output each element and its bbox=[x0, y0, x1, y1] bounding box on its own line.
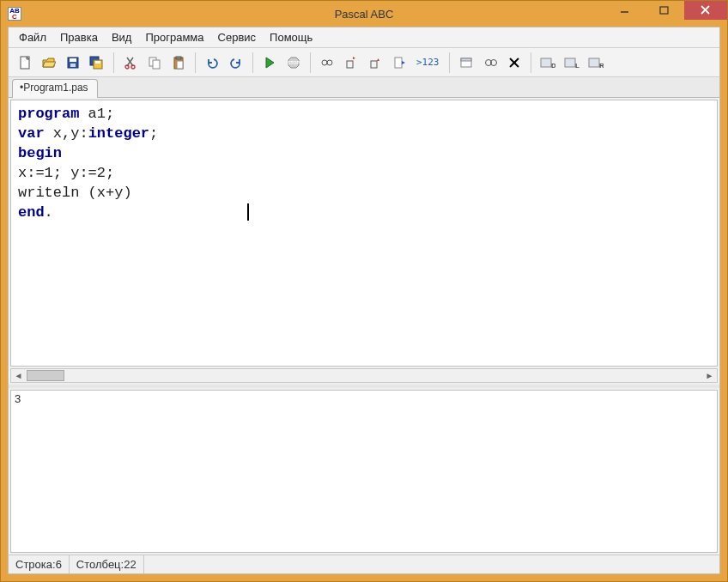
svg-rect-6 bbox=[70, 58, 76, 62]
scroll-left-icon[interactable]: ◄ bbox=[11, 369, 26, 382]
toolbar-separator bbox=[531, 52, 531, 73]
menu-service[interactable]: Сервис bbox=[211, 29, 264, 45]
svg-rect-18 bbox=[176, 57, 181, 59]
undo-button[interactable] bbox=[201, 52, 223, 74]
close-button[interactable] bbox=[684, 1, 727, 20]
output-text: 3 bbox=[15, 392, 21, 405]
delete-button[interactable] bbox=[503, 52, 525, 74]
horizontal-scrollbar[interactable]: ◄ ► bbox=[10, 368, 718, 383]
toolbar-separator bbox=[310, 52, 311, 73]
svg-point-13 bbox=[125, 65, 129, 69]
svg-rect-19 bbox=[177, 61, 183, 69]
menubar: Файл Правка Вид Программа Сервис Помощь bbox=[9, 27, 719, 48]
app-window: ABC Pascal ABC Файл Правка Вид Программа… bbox=[0, 0, 728, 582]
statusbar: Строка: 6 Столбец: 22 bbox=[9, 555, 719, 573]
svg-text:D: D bbox=[551, 62, 555, 70]
toolbar-separator bbox=[449, 52, 450, 73]
code-editor[interactable]: program a1; var x,y:integer; begin x:=1;… bbox=[10, 100, 718, 367]
robot-r-button[interactable]: R bbox=[585, 52, 607, 74]
breakpoint-button[interactable] bbox=[388, 52, 410, 74]
svg-rect-23 bbox=[347, 61, 353, 68]
menu-edit[interactable]: Правка bbox=[53, 29, 105, 45]
svg-rect-34 bbox=[565, 58, 575, 67]
tabstrip: •Program1.pas bbox=[9, 77, 719, 98]
titlebar: ABC Pascal ABC bbox=[1, 1, 727, 27]
status-line: Строка: 6 bbox=[9, 555, 70, 573]
window-controls bbox=[605, 1, 727, 20]
copy-button[interactable] bbox=[143, 52, 166, 74]
menu-file[interactable]: Файл bbox=[12, 29, 53, 45]
svg-rect-27 bbox=[461, 58, 471, 61]
robot-l-button[interactable]: L bbox=[561, 52, 583, 74]
open-file-button[interactable] bbox=[38, 52, 60, 74]
svg-rect-24 bbox=[371, 61, 377, 68]
new-file-button[interactable] bbox=[14, 52, 36, 74]
svg-rect-16 bbox=[153, 60, 160, 69]
output-panel[interactable]: 3 bbox=[10, 390, 718, 553]
svg-rect-25 bbox=[395, 58, 402, 68]
save-all-button[interactable] bbox=[86, 52, 108, 74]
svg-rect-32 bbox=[541, 58, 551, 67]
svg-point-22 bbox=[327, 60, 332, 65]
step-into-button[interactable] bbox=[316, 52, 338, 74]
svg-rect-36 bbox=[589, 58, 599, 67]
svg-point-14 bbox=[131, 65, 135, 69]
editor-area: program a1; var x,y:integer; begin x:=1;… bbox=[9, 98, 719, 388]
evaluate-button[interactable]: >123 bbox=[412, 52, 444, 74]
output-window-button[interactable] bbox=[455, 52, 477, 74]
step-over-button[interactable] bbox=[340, 52, 362, 74]
svg-rect-7 bbox=[70, 64, 76, 67]
scroll-right-icon[interactable]: ► bbox=[702, 369, 717, 382]
minimize-button[interactable] bbox=[605, 1, 645, 20]
watch-window-button[interactable] bbox=[479, 52, 501, 74]
scroll-thumb[interactable] bbox=[27, 370, 64, 381]
cut-button[interactable] bbox=[119, 52, 142, 74]
client-area: Файл Правка Вид Программа Сервис Помощь bbox=[8, 27, 720, 574]
tab-program1[interactable]: •Program1.pas bbox=[12, 79, 98, 98]
svg-rect-1 bbox=[660, 7, 668, 14]
toolbar: STOP >123 bbox=[9, 48, 719, 77]
save-button[interactable] bbox=[62, 52, 84, 74]
run-button[interactable] bbox=[258, 52, 281, 74]
toolbar-separator bbox=[195, 52, 196, 73]
menu-help[interactable]: Помощь bbox=[263, 29, 319, 45]
text-caret bbox=[247, 203, 249, 221]
step-out-button[interactable] bbox=[364, 52, 386, 74]
app-icon: ABC bbox=[8, 7, 21, 21]
paste-button[interactable] bbox=[167, 52, 190, 74]
menu-view[interactable]: Вид bbox=[105, 29, 139, 45]
toolbar-separator bbox=[252, 52, 253, 73]
svg-text:R: R bbox=[599, 62, 604, 70]
robot-d-button[interactable]: D bbox=[537, 52, 559, 74]
svg-text:STOP: STOP bbox=[288, 60, 300, 65]
status-column: Столбец: 22 bbox=[70, 555, 144, 573]
stop-button[interactable]: STOP bbox=[282, 52, 305, 74]
redo-button[interactable] bbox=[225, 52, 247, 74]
svg-text:L: L bbox=[575, 62, 579, 70]
svg-rect-10 bbox=[95, 61, 100, 64]
svg-point-21 bbox=[322, 60, 327, 65]
menu-program[interactable]: Программа bbox=[138, 29, 210, 45]
maximize-button[interactable] bbox=[645, 1, 684, 20]
toolbar-separator bbox=[113, 52, 114, 73]
